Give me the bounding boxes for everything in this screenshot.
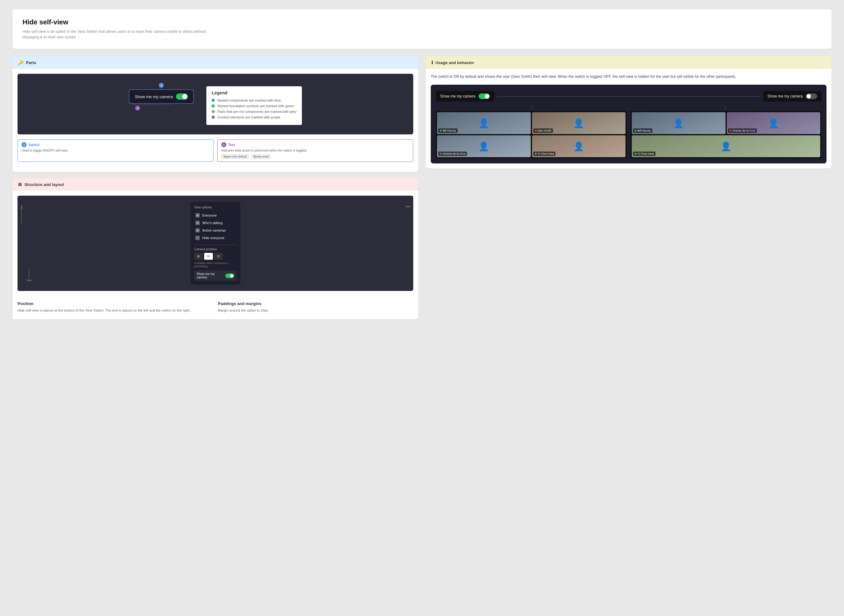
layout-preview: 16px 16px View options ⊞ Every xyxy=(18,196,413,291)
page-description: Hide self-view is an option in the View … xyxy=(22,29,210,40)
usage-preview: Show me my camera Show me my camera xyxy=(431,85,826,163)
part-1-name: Switch xyxy=(28,143,40,147)
usage-description: The switch is ON by default and shows th… xyxy=(431,74,826,80)
page-title: Hide self-view xyxy=(22,18,822,26)
structure-section-header: ⊞ Structure and layout xyxy=(13,178,418,191)
token-chip-1: $type-color-default xyxy=(221,154,249,159)
usage-section-header: ℹ Usage and behavior xyxy=(426,56,831,69)
part-2-badge: 2 xyxy=(221,142,226,147)
annot-line-1 xyxy=(21,211,22,223)
v-connectors xyxy=(436,105,822,110)
layout-info: Position Hide self-view is placed at the… xyxy=(18,296,413,314)
available-text: Available when someone is presenting xyxy=(194,262,236,268)
annot-left-1: 16px xyxy=(20,205,23,210)
video-cell-1: 👤 Bill Harvey xyxy=(437,112,531,134)
structure-section-body: 16px 16px View options ⊞ Every xyxy=(13,191,418,320)
cam-pos-btn-3[interactable]: ⊡ xyxy=(214,253,223,260)
connector-blue xyxy=(161,86,161,89)
annot-bottom-1: 16px xyxy=(26,279,32,282)
legend-box: Legend Nested components are marked with… xyxy=(206,86,302,125)
video-name-2: Sam Smith xyxy=(533,128,553,133)
mic-icon-5 xyxy=(634,130,636,132)
video-cell-2: 👤 Sam Smith xyxy=(532,112,626,134)
video-name-5: Bill Harvey xyxy=(633,128,652,133)
part-1-box: 1 Switch Used to toggle ON/OFF self-view… xyxy=(18,139,213,162)
person-bg-7: 👤 xyxy=(632,135,820,157)
video-name-7: Yi Chun-Hwa xyxy=(633,152,656,156)
legend-item-2: Nested foundation symbols are marked wit… xyxy=(211,104,297,108)
video-cell-3: 👤 Vicente de la Cruz xyxy=(437,135,531,157)
menu-item-talking[interactable]: ⊟ Who's talking xyxy=(194,219,236,227)
mic-icon-6 xyxy=(730,130,731,132)
menu-item-hide[interactable]: ≡ Hide everyone xyxy=(194,234,236,242)
person-name-4: Yi Chun-Hwa xyxy=(538,152,554,155)
h-connector xyxy=(497,96,761,97)
mic-icon-3 xyxy=(440,153,442,155)
person-name-5: Bill Harvey xyxy=(637,129,651,132)
mic-icon-1 xyxy=(440,130,442,132)
usage-section-body: The switch is ON by default and shows th… xyxy=(426,69,831,169)
active-icon: ⊞ xyxy=(195,228,200,233)
video-name-3: Vicente de la Cruz xyxy=(438,152,467,156)
legend-text-3: Parts that are not components are marked… xyxy=(217,110,297,113)
person-name-3: Vicente de la Cruz xyxy=(443,152,465,155)
switch-on-label: Show me my camera xyxy=(440,94,476,98)
structure-section-title: Structure and layout xyxy=(24,182,64,187)
camera-position-title: Camera position xyxy=(194,248,236,251)
toggle-mini[interactable] xyxy=(225,273,234,278)
legend-dot-blue xyxy=(211,99,215,102)
cam-pos-btn-2[interactable]: ⊟ xyxy=(204,253,213,260)
toggle-on[interactable] xyxy=(479,94,490,99)
toggle-label: Show me my camera xyxy=(135,94,173,99)
hide-icon: ≡ xyxy=(195,236,200,240)
video-cell-5: 👤 Bill Harvey xyxy=(632,112,725,134)
parts-labels: 1 Switch Used to toggle ON/OFF self-view… xyxy=(18,139,413,162)
mic-icon-7 xyxy=(634,153,636,155)
position-block: Position Hide self-view is placed at the… xyxy=(18,298,213,313)
left-annotations: 16px xyxy=(20,205,23,223)
menu-item-everyone[interactable]: ⊞ Everyone xyxy=(194,211,236,219)
token-chip-2: $body-small xyxy=(251,154,271,159)
position-title: Position xyxy=(18,298,213,306)
part-2-box: 2 Text Indicates what action is performe… xyxy=(217,139,413,162)
show-camera-row: Show me my camera xyxy=(194,270,236,281)
legend-item-1: Nested components are marked with blue xyxy=(211,98,297,102)
menu-item-active[interactable]: ⊞ Active cameras xyxy=(194,227,236,234)
menu-label-talking: Who's talking xyxy=(202,221,223,225)
person-name-6: Vicente de la Cruz xyxy=(732,129,755,132)
person-name-7: Yi Chun-Hwa xyxy=(637,152,654,155)
part-2-tokens: $type-color-default $body-small xyxy=(221,153,409,159)
video-name-4: Yi Chun-Hwa xyxy=(533,152,556,156)
toggle-blue-box: Show me my camera xyxy=(129,89,194,104)
video-grid-off: 👤 Bill Harvey 👤 xyxy=(631,111,822,158)
switch-on-box: Show me my camera xyxy=(436,91,494,101)
camera-position-buttons: ⊞ ⊟ ⊡ xyxy=(194,253,236,260)
left-column: 🔑 Parts 1 xyxy=(13,56,418,320)
video-cell-6: 👤 Vicente de la Cruz xyxy=(727,112,821,134)
annot-right: 16px xyxy=(405,205,411,208)
legend-dot-grey xyxy=(211,110,215,113)
badge-2: 2 xyxy=(137,107,138,110)
toggle-off[interactable] xyxy=(806,94,817,99)
annotation-2: 2 xyxy=(135,105,140,111)
toggle-switch[interactable] xyxy=(176,94,188,100)
part-2-name: Text xyxy=(228,143,235,147)
view-options-title: View options xyxy=(194,206,236,209)
switch-off-label: Show me my camera xyxy=(768,94,803,98)
switch-off-box: Show me my camera xyxy=(763,91,822,101)
view-options-panel: View options ⊞ Everyone ⊟ Who's talking … xyxy=(190,202,241,285)
part-1-desc: Used to toggle ON/OFF self-view. xyxy=(22,148,210,153)
cam-pos-btn-1[interactable]: ⊞ xyxy=(194,253,203,260)
talking-icon: ⊟ xyxy=(195,221,200,225)
info-icon: ℹ xyxy=(432,60,433,65)
person-name-2: Sam Smith xyxy=(538,129,551,132)
grid-icon: ⊞ xyxy=(18,182,22,187)
legend-text-2: Nested foundation symbols are marked wit… xyxy=(217,104,294,108)
mic-icon-4 xyxy=(535,153,537,155)
header-card: Hide self-view Hide self-view is an opti… xyxy=(13,9,831,49)
key-icon: 🔑 xyxy=(18,60,23,65)
padding-block: Paddings and margins Margin around the o… xyxy=(218,298,413,313)
parts-preview: 1 Show me my camera xyxy=(18,74,413,134)
usage-switch-row: Show me my camera Show me my camera xyxy=(436,91,822,101)
video-name-6: Vicente de la Cruz xyxy=(728,128,757,133)
